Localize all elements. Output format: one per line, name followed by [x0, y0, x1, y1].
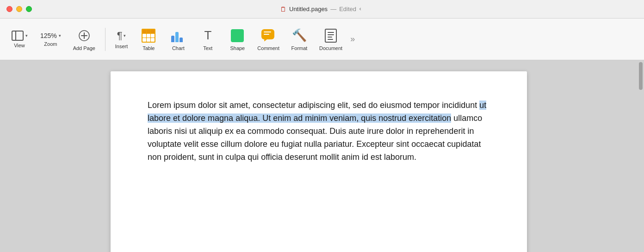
more-button[interactable]: »: [348, 32, 357, 46]
title-bar-text: 🗒 Untitled.pages — Edited ⌄: [280, 6, 364, 13]
zoom-chevron-icon: ▾: [59, 33, 61, 38]
text-icon: T: [204, 28, 211, 44]
zoom-button[interactable]: 125% ▾ Zoom: [35, 22, 66, 57]
add-page-label: Add Page: [73, 45, 95, 51]
add-page-icon: [78, 28, 90, 44]
window-controls: [6, 6, 32, 12]
document-label: Document: [319, 45, 342, 51]
view-button[interactable]: ▾ View: [6, 22, 33, 57]
insert-chevron-icon: ▾: [124, 33, 126, 38]
table-label: Table: [142, 45, 155, 51]
view-chevron-icon: ▾: [25, 33, 28, 38]
zoom-label: Zoom: [44, 41, 57, 47]
comment-button[interactable]: Comment: [253, 22, 284, 57]
document-canvas-area: Lorem ipsum dolor sit amet, consectetur …: [0, 60, 638, 252]
paragraph-icon: ¶: [117, 30, 123, 42]
text-label: Text: [203, 45, 212, 51]
add-page-button[interactable]: Add Page: [68, 22, 100, 57]
shape-button[interactable]: Shape: [223, 22, 251, 57]
shape-label: Shape: [230, 45, 245, 51]
content-wrapper: Lorem ipsum dolor sit amet, consectetur …: [0, 60, 644, 252]
chart-label: Chart: [172, 45, 185, 51]
document-icon: [325, 28, 337, 44]
body-text[interactable]: Lorem ipsum dolor sit amet, consectetur …: [148, 99, 490, 164]
comment-icon: [261, 28, 275, 44]
view-label: View: [14, 43, 25, 48]
format-label: Format: [291, 45, 308, 51]
title-bar: 🗒 Untitled.pages — Edited ⌄: [0, 0, 644, 19]
text-segment-1: Lorem ipsum dolor sit amet, consectetur …: [148, 101, 479, 110]
table-button[interactable]: Table: [135, 22, 162, 57]
comment-label: Comment: [257, 45, 279, 51]
document-page: Lorem ipsum dolor sit amet, consectetur …: [111, 71, 527, 252]
title-chevron[interactable]: ⌄: [358, 6, 365, 12]
format-button[interactable]: 🔨 Format: [285, 22, 313, 57]
text-button[interactable]: T Text: [194, 22, 222, 57]
chart-icon: [171, 28, 185, 44]
document-button[interactable]: Document: [315, 22, 347, 57]
close-button[interactable]: [6, 6, 12, 12]
title-separator: —: [330, 6, 336, 13]
maximize-button[interactable]: [26, 6, 32, 12]
shape-icon: [231, 28, 244, 44]
insert-label: Insert: [115, 44, 128, 49]
toolbar: ▾ View 125% ▾ Zoom Add Page ¶ ▾ Insert: [0, 19, 644, 60]
zoom-value: 125%: [40, 32, 57, 39]
scrollbar-thumb[interactable]: [639, 62, 643, 90]
toolbar-separator-1: [105, 28, 105, 51]
scrollbar-track[interactable]: [638, 60, 644, 252]
format-icon: 🔨: [292, 28, 307, 44]
view-icon: [12, 31, 24, 41]
app-icon: 🗒: [280, 6, 286, 13]
minimize-button[interactable]: [16, 6, 22, 12]
insert-button[interactable]: ¶ ▾ Insert: [110, 22, 133, 57]
document-title: Untitled.pages: [289, 6, 328, 13]
table-icon: [142, 28, 155, 44]
chart-button[interactable]: Chart: [164, 22, 192, 57]
edited-label: Edited: [339, 6, 356, 13]
